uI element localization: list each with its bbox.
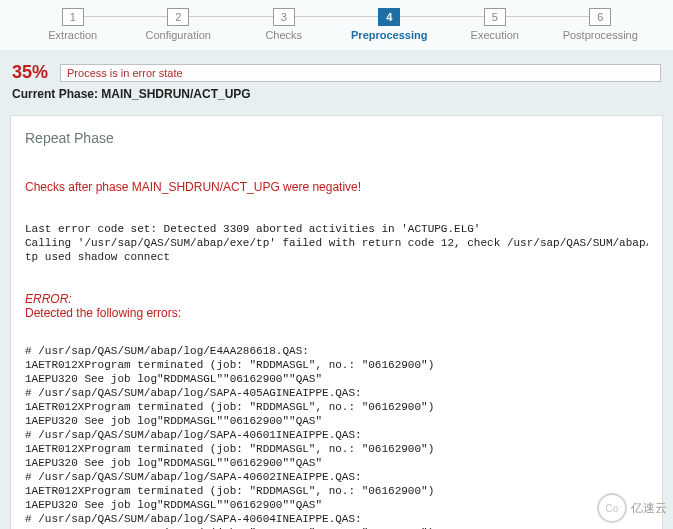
- log-line: # /usr/sap/QAS/SUM/abap/log/SAPA-40602IN…: [25, 471, 362, 483]
- current-phase: Current Phase: MAIN_SHDRUN/ACT_UPG: [0, 85, 673, 111]
- result-card: Repeat Phase Checks after phase MAIN_SHD…: [10, 115, 663, 529]
- step-label: Preprocessing: [351, 29, 427, 41]
- step-execution[interactable]: 5 Execution: [442, 4, 548, 50]
- log-line: # /usr/sap/QAS/SUM/abap/log/E4AA286618.Q…: [25, 345, 309, 357]
- step-label: Postprocessing: [563, 29, 638, 41]
- step-number: 5: [484, 8, 506, 26]
- error-subtitle: Detected the following errors:: [25, 306, 648, 320]
- step-checks[interactable]: 3 Checks: [231, 4, 337, 50]
- step-postprocessing[interactable]: 6 Postprocessing: [548, 4, 654, 50]
- step-label: Checks: [265, 29, 302, 41]
- log-line: # /usr/sap/QAS/SUM/abap/log/SAPA-40601IN…: [25, 429, 362, 441]
- watermark: Co 亿速云: [597, 493, 667, 523]
- log-line: 1AETR012XProgram terminated (job: "RDDMA…: [25, 401, 434, 413]
- repeat-phase-link[interactable]: Repeat Phase: [25, 130, 648, 146]
- progress-bar: Process is in error state: [60, 64, 661, 82]
- step-number: 3: [273, 8, 295, 26]
- log-line: # /usr/sap/QAS/SUM/abap/log/SAPA-405AGIN…: [25, 387, 362, 399]
- error-header: ERROR:: [25, 292, 648, 306]
- log-line: Last error code set: Detected 3309 abort…: [25, 223, 480, 235]
- log-line: 1AETR012XProgram terminated (job: "RDDMA…: [25, 485, 434, 497]
- log-line: 1AETR012XProgram terminated (job: "RDDMA…: [25, 443, 434, 455]
- log-line: 1AEPU320 See job log"RDDMASGL""06162900"…: [25, 457, 322, 469]
- status-row: 35% Process is in error state: [0, 50, 673, 85]
- negative-title: Checks after phase MAIN_SHDRUN/ACT_UPG w…: [25, 180, 648, 194]
- watermark-text: 亿速云: [631, 500, 667, 517]
- step-number: 2: [167, 8, 189, 26]
- step-configuration[interactable]: 2 Configuration: [126, 4, 232, 50]
- log-line: tp used shadow connect: [25, 251, 170, 263]
- step-label: Execution: [471, 29, 519, 41]
- progress-message: Process is in error state: [67, 67, 183, 79]
- step-label: Configuration: [146, 29, 211, 41]
- pre-error-lines: Last error code set: Detected 3309 abort…: [25, 208, 648, 264]
- step-bar: 1 Extraction 2 Configuration 3 Checks 4 …: [0, 0, 673, 50]
- log-line: Calling '/usr/sap/QAS/SUM/abap/exe/tp' f…: [25, 237, 648, 249]
- step-extraction[interactable]: 1 Extraction: [20, 4, 126, 50]
- app-root: 1 Extraction 2 Configuration 3 Checks 4 …: [0, 0, 673, 529]
- step-number: 6: [589, 8, 611, 26]
- error-lines: # /usr/sap/QAS/SUM/abap/log/E4AA286618.Q…: [25, 330, 648, 529]
- phase-label: Current Phase:: [12, 87, 101, 101]
- log-line: 1AEPU320 See job log"RDDMASGL""06162900"…: [25, 415, 322, 427]
- phase-name: MAIN_SHDRUN/ACT_UPG: [101, 87, 250, 101]
- progress-percent: 35%: [12, 62, 48, 83]
- log-line: # /usr/sap/QAS/SUM/abap/log/SAPA-40604IN…: [25, 513, 362, 525]
- watermark-icon: Co: [597, 493, 627, 523]
- log-line: 1AEPU320 See job log"RDDMASGL""06162900"…: [25, 499, 322, 511]
- log-line: 1AETR012XProgram terminated (job: "RDDMA…: [25, 359, 434, 371]
- step-label: Extraction: [48, 29, 97, 41]
- step-number: 4: [378, 8, 400, 26]
- step-number: 1: [62, 8, 84, 26]
- step-preprocessing[interactable]: 4 Preprocessing: [337, 4, 443, 50]
- log-line: 1AEPU320 See job log"RDDMASGL""06162900"…: [25, 373, 322, 385]
